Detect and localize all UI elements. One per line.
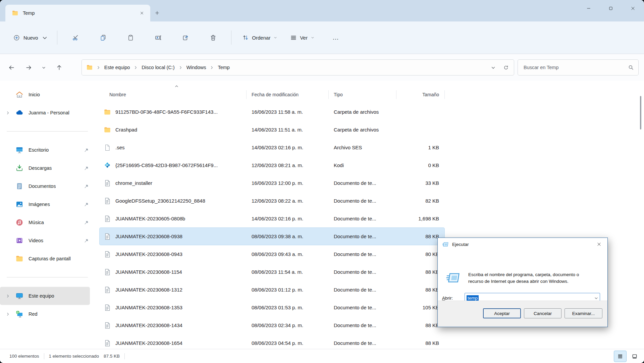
paste-button[interactable]	[123, 30, 138, 45]
sidebar-item-juanma-personal[interactable]: Juanma - Personal	[0, 104, 95, 122]
table-row[interactable]: JUANMATEK-20230608-143408/06/2023 02:34 …	[99, 316, 445, 334]
view-button[interactable]: Ver	[286, 30, 319, 45]
rename-button[interactable]	[151, 30, 165, 45]
table-row[interactable]: JUANMATEK-20230608-093808/06/2023 09:38 …	[99, 227, 445, 245]
cancel-button[interactable]: Cancelar	[524, 308, 561, 318]
vertical-scrollbar[interactable]	[640, 96, 641, 129]
expand-area[interactable]	[0, 111, 15, 115]
breadcrumb: Este equipoDisco local (C:)WindowsTemp	[94, 63, 231, 71]
table-row[interactable]: .ses14/06/2023 02:16 p. m.Archivo SES1 K…	[99, 139, 445, 156]
sidebar-item-m-sica[interactable]: Música	[0, 213, 95, 231]
thumbnail-view-button[interactable]	[629, 351, 641, 362]
breadcrumb-item-este-equipo[interactable]: Este equipo	[103, 63, 132, 71]
file-date: 14/06/2023 02:16 p. m.	[247, 216, 329, 221]
chevron-down-icon	[311, 36, 315, 40]
file-size: 0 KB	[396, 162, 445, 168]
file-type: Documento de te...	[329, 269, 396, 275]
up-button[interactable]	[52, 60, 66, 74]
address-row: Este equipoDisco local (C:)WindowsTemp	[0, 54, 644, 81]
expand-area[interactable]	[0, 294, 15, 298]
share-button[interactable]	[178, 30, 193, 45]
sidebar-item-label: Este equipo	[29, 293, 54, 299]
sidebar-item-im-genes[interactable]: Imágenes	[0, 195, 95, 213]
chevron-right-icon	[210, 65, 214, 70]
details-view-button[interactable]	[614, 351, 627, 362]
delete-button[interactable]	[206, 30, 220, 45]
forward-button[interactable]	[22, 60, 36, 74]
table-row[interactable]: JUANMATEK-20230608-094308/06/2023 09:43 …	[99, 245, 445, 263]
textdoc-icon	[104, 286, 111, 294]
address-bar[interactable]: Este equipoDisco local (C:)WindowsTemp	[82, 59, 514, 75]
tab-temp[interactable]: Temp	[5, 5, 150, 21]
table-row[interactable]: JUANMATEK-20230608-135308/06/2023 01:53 …	[99, 299, 445, 316]
folder-icon	[15, 255, 23, 263]
address-dropdown-button[interactable]	[488, 62, 499, 73]
close-button[interactable]	[622, 0, 644, 17]
maximize-button[interactable]	[600, 0, 622, 17]
new-button[interactable]: Nuevo	[9, 30, 53, 45]
breadcrumb-item-windows[interactable]: Windows	[185, 63, 208, 71]
new-tab-button[interactable]	[151, 7, 163, 18]
pin-icon	[84, 238, 89, 243]
table-row[interactable]: GoogleDFSSetup_230612142250_884812/06/20…	[99, 192, 445, 210]
table-row[interactable]: JUANMATEK-20230608-131208/06/2023 01:12 …	[99, 281, 445, 299]
file-date: 16/06/2023 11:58 a. m.	[247, 109, 329, 115]
table-row[interactable]: Crashpad14/06/2023 11:51 a. m.Carpeta de…	[99, 121, 445, 139]
sidebar-item-descargas[interactable]: Descargas	[0, 159, 95, 177]
sidebar-item-label: Música	[29, 220, 44, 225]
expand-area[interactable]	[0, 312, 15, 316]
textdoc-icon	[104, 304, 111, 311]
sidebar-item-escritorio[interactable]: Escritorio	[0, 141, 95, 159]
sidebar-item-documentos[interactable]: Documentos	[0, 177, 95, 195]
back-button[interactable]	[5, 60, 18, 74]
table-row[interactable]: {25F16695-C859-42D3-B987-0672F5614F9...1…	[99, 156, 445, 174]
folder-icon	[86, 64, 93, 71]
sidebar-item-red[interactable]: Red	[0, 305, 95, 323]
table-row[interactable]: JUANMATEK-20230608-165408/06/2023 04:54 …	[99, 334, 445, 349]
file-list: 911257BD-0F36-48FC-9A55-F6FC933F143...16…	[99, 103, 445, 349]
breadcrumb-item-disco-local-c[interactable]: Disco local (C:)	[140, 63, 176, 71]
new-button-label: Nuevo	[23, 35, 38, 41]
home-icon	[15, 91, 23, 99]
scissors-icon	[72, 34, 79, 41]
accept-button[interactable]: Aceptar	[483, 308, 521, 318]
search-input[interactable]	[523, 64, 628, 70]
table-row[interactable]: JUANMATEK-20230605-0808b14/06/2023 02:16…	[99, 210, 445, 227]
status-divider	[44, 353, 44, 359]
breadcrumb-item-temp[interactable]: Temp	[216, 63, 231, 71]
sidebar-item-videos[interactable]: Videos	[0, 231, 95, 250]
sidebar-item-label: Escritorio	[29, 147, 49, 153]
table-row[interactable]: JUANMATEK-20230608-115408/06/2023 11:54 …	[99, 263, 445, 281]
column-header-tamano[interactable]: Tamaño	[396, 90, 445, 99]
refresh-button[interactable]	[500, 62, 512, 73]
sort-button[interactable]: Ordenar	[238, 30, 282, 45]
recent-locations-button[interactable]	[39, 60, 49, 74]
file-name-cell: JUANMATEK-20230608-1654	[99, 340, 247, 347]
minimize-button[interactable]	[578, 0, 600, 17]
run-dialog-close-button[interactable]	[593, 240, 605, 249]
table-row[interactable]: chrome_installer16/06/2023 12:00 p. m.Do…	[99, 174, 445, 192]
file-date: 08/06/2023 11:54 a. m.	[247, 269, 329, 275]
tab-close-button[interactable]	[137, 8, 147, 18]
sidebar-item-inicio[interactable]: Inicio	[0, 86, 95, 104]
sidebar-item-capturas-de-pantall[interactable]: Capturas de pantall	[0, 250, 95, 268]
table-row[interactable]: 911257BD-0F36-48FC-9A55-F6FC933F143...16…	[99, 103, 445, 121]
column-header-tipo[interactable]: Tipo	[329, 90, 396, 99]
run-dialog-titlebar[interactable]: Ejecutar	[438, 238, 607, 251]
column-header-fecha[interactable]: Fecha de modificación	[247, 90, 329, 99]
textdoc-icon	[104, 340, 111, 347]
sidebar-divider	[7, 277, 88, 277]
column-headers: Nombre Fecha de modificación Tipo Tamaño	[99, 88, 445, 101]
more-options-button[interactable]: …	[328, 30, 343, 45]
browse-button[interactable]: Examinar...	[565, 308, 602, 318]
column-header-nombre[interactable]: Nombre	[99, 90, 247, 99]
file-name: {25F16695-C859-42D3-B987-0672F5614F9...	[115, 162, 218, 168]
sidebar-item-este-equipo[interactable]: Este equipo	[0, 287, 90, 305]
explorer-window: Temp Nuevo Ordenar Ver	[0, 0, 644, 363]
file-name: .ses	[115, 145, 125, 150]
window-controls	[578, 0, 644, 17]
pin-icon	[84, 147, 89, 153]
cut-button[interactable]	[68, 30, 83, 45]
file-name-cell: JUANMATEK-20230608-1353	[99, 304, 247, 311]
copy-button[interactable]	[96, 30, 110, 45]
